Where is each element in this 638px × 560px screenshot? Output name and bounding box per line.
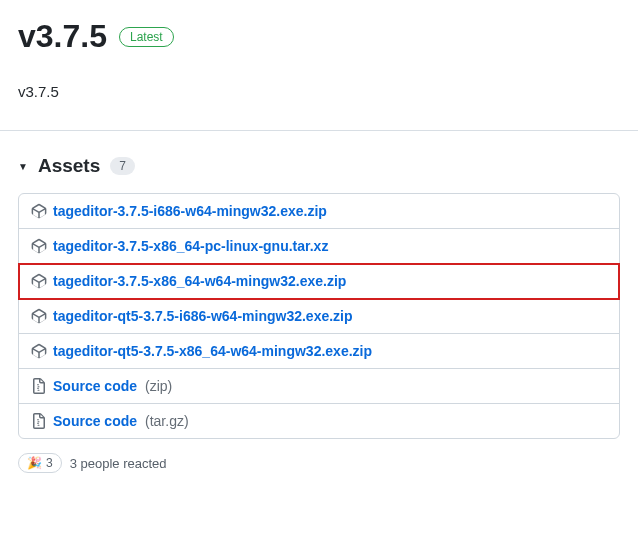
- asset-link[interactable]: tageditor-3.7.5-x86_64-w64-mingw32.exe.z…: [53, 273, 346, 289]
- asset-link[interactable]: Source code: [53, 378, 137, 394]
- package-icon: [31, 203, 47, 219]
- asset-format: (zip): [145, 378, 172, 394]
- asset-list: tageditor-3.7.5-i686-w64-mingw32.exe.zip…: [18, 193, 620, 439]
- asset-link[interactable]: tageditor-qt5-3.7.5-i686-w64-mingw32.exe…: [53, 308, 353, 324]
- asset-link[interactable]: tageditor-qt5-3.7.5-x86_64-w64-mingw32.e…: [53, 343, 372, 359]
- asset-row: Source code(zip): [19, 369, 619, 404]
- asset-row: tageditor-qt5-3.7.5-i686-w64-mingw32.exe…: [19, 299, 619, 334]
- assets-title: Assets: [38, 155, 100, 177]
- party-icon: 🎉: [27, 456, 42, 470]
- asset-row: tageditor-3.7.5-x86_64-pc-linux-gnu.tar.…: [19, 229, 619, 264]
- reaction-summary: 3 people reacted: [70, 456, 167, 471]
- asset-link[interactable]: Source code: [53, 413, 137, 429]
- asset-row: tageditor-3.7.5-x86_64-w64-mingw32.exe.z…: [19, 264, 619, 299]
- asset-row: Source code(tar.gz): [19, 404, 619, 438]
- asset-format: (tar.gz): [145, 413, 189, 429]
- file-zip-icon: [31, 413, 47, 429]
- assets-count: 7: [110, 157, 135, 175]
- assets-toggle[interactable]: ▼ Assets 7: [18, 155, 620, 177]
- release-title: v3.7.5: [18, 18, 107, 55]
- package-icon: [31, 308, 47, 324]
- latest-badge: Latest: [119, 27, 174, 47]
- release-body: v3.7.5: [18, 83, 620, 100]
- package-icon: [31, 238, 47, 254]
- caret-down-icon: ▼: [18, 161, 28, 172]
- asset-link[interactable]: tageditor-3.7.5-x86_64-pc-linux-gnu.tar.…: [53, 238, 328, 254]
- asset-row: tageditor-qt5-3.7.5-x86_64-w64-mingw32.e…: [19, 334, 619, 369]
- reaction-count: 3: [46, 456, 53, 470]
- asset-row: tageditor-3.7.5-i686-w64-mingw32.exe.zip: [19, 194, 619, 229]
- divider: [0, 130, 638, 131]
- package-icon: [31, 343, 47, 359]
- file-zip-icon: [31, 378, 47, 394]
- asset-link[interactable]: tageditor-3.7.5-i686-w64-mingw32.exe.zip: [53, 203, 327, 219]
- reaction-button[interactable]: 🎉 3: [18, 453, 62, 473]
- package-icon: [31, 273, 47, 289]
